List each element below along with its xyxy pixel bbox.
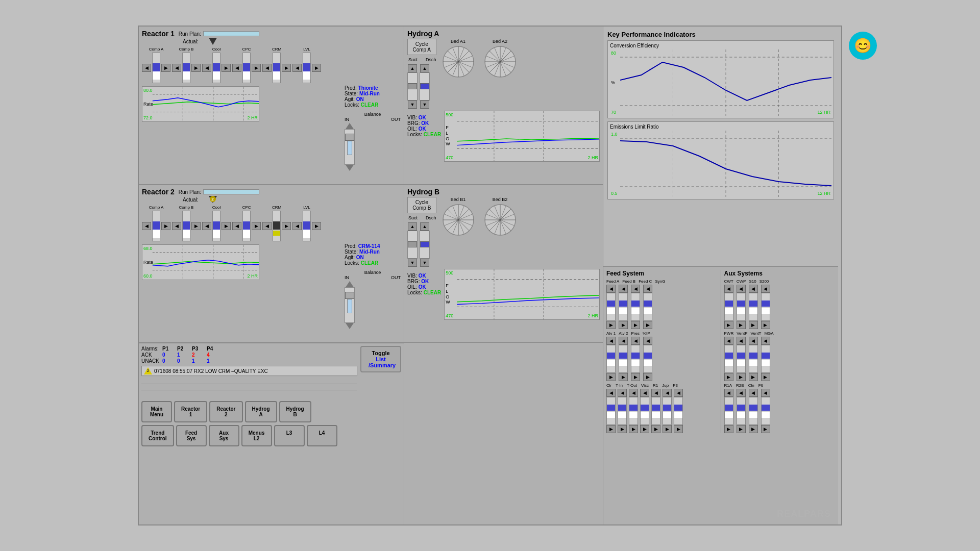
reactor2-slider-compB[interactable]: Comp B ◀ ▶ <box>172 205 201 241</box>
reactor2-compA-right-arrow[interactable]: ▶ <box>161 222 170 230</box>
middle-column: Hydrog A Cycle Comp A Suct Dsch <box>404 27 603 524</box>
nav-hydrog-b[interactable]: Hydrog B <box>279 401 311 422</box>
r1-balance-up-arrow[interactable] <box>346 123 354 129</box>
reactor1-cool-left-arrow[interactable]: ◀ <box>202 64 211 72</box>
toggle-label: Toggle <box>372 350 389 356</box>
nav-reactor-2[interactable]: Reactor 2 <box>209 401 242 422</box>
r2-balance-down-arrow[interactable] <box>346 323 354 329</box>
hydrogA-dsch-down-arrow[interactable]: ▼ <box>420 101 429 109</box>
feed-b-down[interactable]: ▶ <box>619 321 628 329</box>
reactor1-rate-chart: 80.0 Rate 72.0 2 HR <box>142 86 259 122</box>
toggle-button[interactable]: Toggle List /Summary <box>360 346 401 372</box>
kpi-chart2-y-low: 0.5 <box>611 191 618 196</box>
reactor2-slider-crm[interactable]: CRM ◀ ▶ <box>262 205 291 241</box>
reactor1-slider-cpc[interactable]: CPC ◀ ▶ <box>232 47 261 83</box>
feed-c-up[interactable]: ◀ <box>631 285 640 293</box>
reactor1-cool-thumb <box>213 63 220 71</box>
reactor1-crm-right-arrow[interactable]: ▶ <box>282 64 291 72</box>
hydrogA-suct-track <box>407 72 418 101</box>
hydrogA-flow-high: 500 <box>446 112 453 117</box>
nav-trend-control[interactable]: Trend Control <box>141 425 174 446</box>
ventt-control: ◀ ▶ <box>749 337 758 381</box>
hydrogB-oil-val: OK <box>419 284 426 290</box>
feed-c-down[interactable]: ▶ <box>631 321 640 329</box>
nav-l3[interactable]: L3 <box>274 425 305 446</box>
reactor1-slider-compA[interactable]: Comp A ◀ ▶ <box>142 47 170 83</box>
reactor1-compB-right-arrow[interactable]: ▶ <box>191 64 201 72</box>
hydrogB-dsch-label: Dsch <box>426 215 436 220</box>
hydrogB-suct-up-arrow[interactable]: ▲ <box>408 222 417 231</box>
feed-b-up[interactable]: ◀ <box>619 285 628 293</box>
hydrogB-dsch-up-arrow[interactable]: ▲ <box>420 222 429 231</box>
hydrogB-flow-high: 500 <box>446 270 453 276</box>
reactor1-slider-lvl[interactable]: LVL ◀ ▶ <box>292 47 321 83</box>
reactor1-cool-right-arrow[interactable]: ▶ <box>222 64 231 72</box>
hydrogA-oil-val: OK <box>419 126 426 132</box>
flt-control: ◀ ▶ <box>761 389 770 433</box>
reactor1-compB-thumb <box>183 63 190 71</box>
feed-a-up[interactable]: ◀ <box>606 285 616 293</box>
nav-aux-sys[interactable]: Aux Sys <box>209 425 239 446</box>
nav-feed-sys[interactable]: Feed Sys <box>176 425 207 446</box>
reactor1-runplan-bar <box>203 31 259 36</box>
reactor1-compA-left-arrow[interactable]: ◀ <box>142 64 151 72</box>
p3-label: P3 <box>673 383 678 388</box>
hydrogB-vib-val: OK <box>419 273 426 279</box>
syng-down[interactable]: ▶ <box>643 321 652 329</box>
hydrogA-suct-thumb <box>408 83 417 89</box>
alarm-empty-1 <box>141 376 357 383</box>
hydrogA-suct-down-arrow[interactable]: ▼ <box>408 101 417 109</box>
r2-balance-inner <box>347 299 352 313</box>
tin-label: T-In <box>616 383 623 388</box>
kpi-chart1-svg <box>620 49 831 116</box>
hydrogB-cycle-comp[interactable]: Cycle Comp B <box>407 197 436 213</box>
hydrogB-vib-label: VIB: <box>407 273 417 279</box>
jup-label: Jup <box>662 383 669 388</box>
nav-menus[interactable]: Menus L2 <box>241 425 272 446</box>
reactor2-slider-cpc[interactable]: CPC ◀ ▶ <box>232 205 261 241</box>
reactor1-cpc-right-arrow[interactable]: ▶ <box>252 64 261 72</box>
reactor2-alarm-badge: 2 <box>210 196 216 202</box>
ventp-control: ◀ ▶ <box>737 337 746 381</box>
feed-a-down[interactable]: ▶ <box>606 321 616 329</box>
reactor2-slider-lvl[interactable]: LVL ◀ ▶ <box>292 205 321 241</box>
hydrogA-bed-a1-circle <box>440 44 476 80</box>
r2-balance-up-arrow[interactable] <box>346 281 354 287</box>
reactor2-actual-triangle: 2 <box>209 196 217 203</box>
pres-label: Pres <box>631 331 639 336</box>
reactor2-slider-cool[interactable]: Cool ◀ ▶ <box>202 205 231 241</box>
hydrogB-dsch-down-arrow[interactable]: ▼ <box>420 259 429 267</box>
reactor1-runplan-label: Run Plan: <box>179 31 201 37</box>
hydrogB-suct-down-arrow[interactable]: ▼ <box>408 259 417 267</box>
reactor1-slider-crm[interactable]: CRM ◀ ▶ <box>262 47 291 83</box>
reactor2-slider-compA[interactable]: Comp A ◀ ▶ <box>142 205 170 241</box>
r1-balance-down-arrow[interactable] <box>346 165 354 171</box>
nav-main-menu[interactable]: Main Menu <box>141 401 172 422</box>
reactor2-compA-left-arrow[interactable]: ◀ <box>142 222 151 230</box>
tout-control: ◀ ▶ <box>629 389 638 433</box>
reactor1-lvl-right-arrow[interactable]: ▶ <box>312 64 321 72</box>
nav-reactor-1[interactable]: Reactor 1 <box>174 401 207 422</box>
hydrogA-suct-up-arrow[interactable]: ▲ <box>408 64 417 72</box>
reactor1-cpc-left-arrow[interactable]: ◀ <box>232 64 241 72</box>
nav-hydrog-a[interactable]: Hydrog A <box>245 401 277 422</box>
r1x-control: ◀ ▶ <box>651 389 660 433</box>
r2-locks-val: CLEAR <box>361 260 378 266</box>
reactor1-slider-cool[interactable]: Cool ◀ ▶ <box>202 47 231 83</box>
alarm-warn-triangle: 2 <box>144 367 152 374</box>
jup-control: ◀ ▶ <box>663 389 672 433</box>
nav-l4[interactable]: L4 <box>307 425 337 446</box>
reactor1-cool-track <box>212 53 220 83</box>
reactor1-slider-compB[interactable]: Comp B ◀ ▶ <box>172 47 201 83</box>
reactor1-lvl-left-arrow[interactable]: ◀ <box>292 64 302 72</box>
hydrogA-vib-val: OK <box>419 115 426 120</box>
reactor1-compA-right-arrow[interactable]: ▶ <box>161 64 170 72</box>
hydrogA-dsch-up-arrow[interactable]: ▲ <box>420 64 429 72</box>
ventp-label: VentP <box>737 331 747 336</box>
reactor1-crm-left-arrow[interactable]: ◀ <box>262 64 272 72</box>
reactor1-cpc-track <box>242 53 251 83</box>
reactor1-compB-left-arrow[interactable]: ◀ <box>172 64 181 72</box>
syng-up[interactable]: ◀ <box>643 285 652 293</box>
r1-locks-label: Locks: <box>345 102 359 108</box>
hydrogA-cycle-comp[interactable]: Cycle Comp A <box>407 39 436 55</box>
